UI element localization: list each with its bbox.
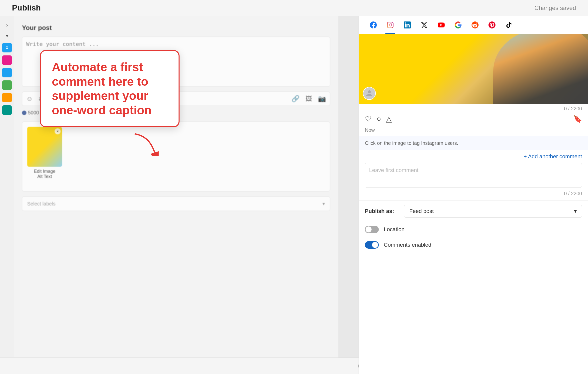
- tab-tiktok[interactable]: [500, 16, 517, 34]
- li-dot: [68, 111, 73, 115]
- sidebar-avatar-6[interactable]: [2, 105, 12, 115]
- right-panel: 0 / 2200 ♡ ○ △ 🔖 Now Click on the image …: [359, 16, 588, 374]
- page-title: Publish: [12, 3, 41, 12]
- tab-instagram[interactable]: [382, 16, 399, 34]
- tab-youtube[interactable]: [433, 16, 450, 34]
- camera-icon[interactable]: 📷: [318, 95, 326, 103]
- tab-facebook[interactable]: [365, 16, 382, 34]
- link-icon[interactable]: 🔗: [292, 95, 299, 103]
- dropdown-chevron-icon: ▾: [322, 201, 325, 207]
- tab-reddit[interactable]: [467, 16, 484, 34]
- add-comment-link[interactable]: Add another comment: [524, 153, 582, 160]
- main-content-area: Your post ☺ # @ T 🔗 🖼 📷 5000 2200 in: [14, 16, 338, 358]
- preview-avatar: [363, 87, 376, 100]
- comment-icon[interactable]: ○: [377, 115, 381, 123]
- preview-body: 0 / 2200 ♡ ○ △ 🔖 Now Click on the image …: [359, 104, 588, 374]
- location-toggle-row: Location: [359, 222, 588, 237]
- select-labels-dropdown[interactable]: Select labels ▾: [22, 196, 330, 211]
- tab-google[interactable]: [450, 16, 467, 34]
- comments-toggle-label: Comments enabled: [384, 242, 431, 248]
- like-icon[interactable]: ♡: [365, 115, 372, 123]
- location-toggle-knob: [366, 226, 372, 232]
- comments-toggle-row: Comments enabled: [359, 237, 588, 253]
- top-bar: Publish Changes saved: [0, 0, 588, 16]
- sidebar-expand-icon[interactable]: ›: [3, 21, 11, 29]
- location-toggle-label: Location: [384, 226, 404, 233]
- media-remove-icon[interactable]: ×: [55, 128, 61, 134]
- svg-rect-0: [387, 22, 393, 28]
- comments-toggle[interactable]: [365, 241, 379, 249]
- sidebar-avatar-1[interactable]: O: [2, 43, 12, 52]
- comment-box[interactable]: Leave first comment: [365, 163, 582, 188]
- comment-placeholder: Leave first comment: [369, 167, 418, 173]
- publish-as-select[interactable]: Feed post ▾: [404, 205, 582, 218]
- image-icon[interactable]: 🖼: [305, 95, 312, 103]
- action-icons-left: ♡ ○ △: [365, 115, 392, 123]
- svg-point-1: [389, 24, 391, 26]
- li-char-count: in: [68, 110, 78, 116]
- publish-as-row: Publish as: Feed post ▾: [359, 200, 588, 222]
- mention-icon[interactable]: @: [48, 95, 55, 103]
- content-textarea[interactable]: [22, 37, 330, 87]
- preview-image[interactable]: [359, 34, 588, 104]
- fb-char-count: 5000: [22, 110, 39, 116]
- media-edit-label: Edit Image Alt Text: [34, 169, 55, 179]
- publish-as-label: Publish as:: [365, 208, 394, 214]
- location-toggle[interactable]: [365, 226, 379, 233]
- ig-dot: [45, 111, 50, 115]
- tab-pinterest[interactable]: [484, 16, 500, 34]
- sidebar-avatar-3[interactable]: [2, 68, 12, 77]
- media-section: × Edit Image Alt Text: [22, 122, 330, 191]
- media-thumbnail[interactable]: ×: [27, 127, 62, 167]
- save-status: Changes saved: [534, 4, 576, 11]
- sidebar-avatar-4[interactable]: [2, 80, 12, 90]
- comments-toggle-knob: [372, 242, 378, 248]
- toolbar-row: ☺ # @ T 🔗 🖼 📷: [22, 92, 330, 106]
- timestamp: Now: [359, 126, 588, 136]
- tag-notice: Click on the image to tag Instagram user…: [359, 136, 588, 150]
- action-icons-row: ♡ ○ △ 🔖: [359, 113, 588, 126]
- social-tabs: [359, 16, 588, 34]
- your-post-heading: Your post: [22, 24, 330, 32]
- char-counts: 5000 2200 in: [22, 110, 330, 116]
- text-icon[interactable]: T: [61, 95, 65, 103]
- svg-point-2: [392, 23, 392, 24]
- left-sidebar: › ▾ O: [0, 16, 14, 374]
- tab-linkedin[interactable]: [399, 16, 416, 34]
- publish-as-chevron-icon: ▾: [574, 208, 577, 214]
- comment-char-counter: 0 / 2200: [359, 190, 588, 200]
- share-icon[interactable]: △: [386, 115, 392, 123]
- fb-dot: [22, 111, 26, 115]
- char-counter: 0 / 2200: [359, 104, 588, 113]
- bookmark-icon[interactable]: 🔖: [573, 115, 582, 123]
- emoji-icon[interactable]: ☺: [26, 95, 33, 103]
- tab-twitter[interactable]: [416, 16, 433, 34]
- ig-char-count: 2200: [45, 110, 62, 116]
- add-comment-row: Add another comment: [359, 150, 588, 163]
- sidebar-filter-icon[interactable]: ▾: [3, 32, 11, 40]
- publish-as-value: Feed post: [409, 208, 434, 214]
- sidebar-avatar-2[interactable]: [2, 55, 12, 65]
- sidebar-avatar-5[interactable]: [2, 93, 12, 102]
- hashtag-icon[interactable]: #: [39, 95, 42, 103]
